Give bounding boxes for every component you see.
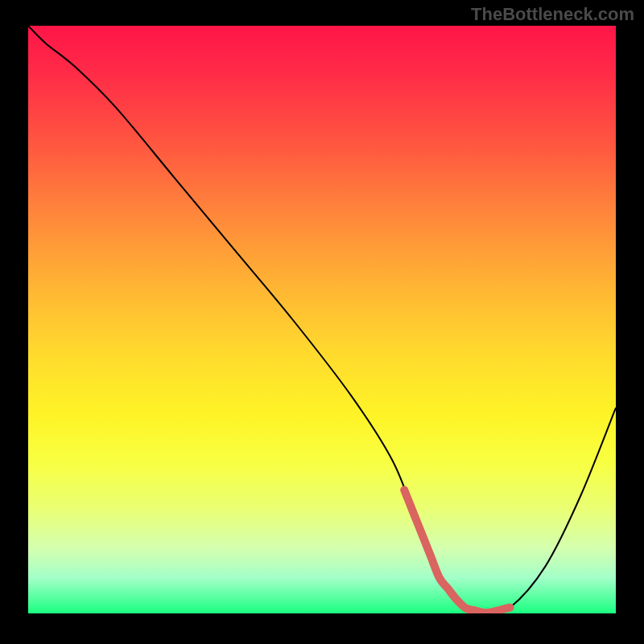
bottleneck-curve-line	[28, 26, 616, 613]
watermark-text: TheBottleneck.com	[471, 4, 634, 25]
plot-area	[28, 26, 616, 613]
chart-container: TheBottleneck.com	[0, 0, 644, 644]
curve-svg	[28, 26, 616, 613]
minimum-band-mark	[404, 490, 510, 613]
